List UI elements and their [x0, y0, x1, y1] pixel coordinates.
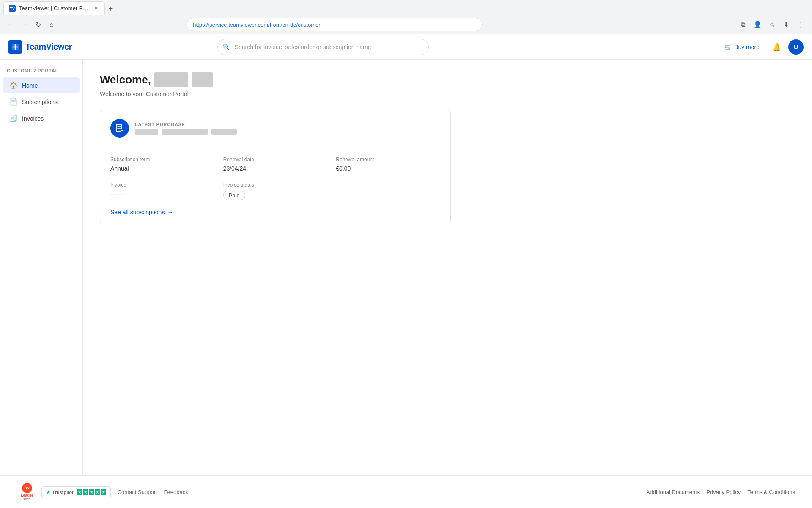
tab-favicon: TV — [9, 5, 16, 12]
renewal-date-value: 23/04/24 — [223, 165, 328, 172]
search-input[interactable] — [217, 39, 429, 55]
page-subtitle: Welcome to your Customer Portal — [100, 91, 795, 97]
product-name-row — [135, 129, 237, 135]
additional-documents-link[interactable]: Additional Documents — [646, 489, 700, 495]
bookmark-button[interactable]: ☆ — [766, 19, 778, 30]
welcome-prefix: Welcome, — [100, 73, 151, 86]
back-button[interactable]: ← — [5, 19, 17, 30]
badges-container: G2 Leader 2022 ★ Trustpilot ★ ★ ★ ★ ★ — [17, 481, 111, 503]
subscription-term-label: Subscription term — [110, 157, 215, 163]
subscription-icon — [110, 119, 129, 138]
header-actions: 🛒 Buy more 🔔 U — [719, 39, 804, 55]
bell-icon: 🔔 — [772, 42, 781, 52]
renewal-amount-field: Renewal amount €0.00 — [336, 157, 440, 172]
logo-icon — [8, 40, 22, 54]
g2-icon: G2 — [22, 483, 32, 493]
footer: G2 Leader 2022 ★ Trustpilot ★ ★ ★ ★ ★ — [0, 475, 812, 508]
card-body: Subscription term Annual Renewal date 23… — [100, 146, 450, 224]
product-blur-2 — [162, 129, 208, 135]
main-container: CUSTOMER PORTAL 🏠 Home 📄 Subscriptions 🧾… — [0, 60, 812, 475]
sidebar-section-label: CUSTOMER PORTAL — [0, 68, 82, 77]
settings-button[interactable]: ⋮ — [795, 19, 807, 30]
product-blur-1 — [135, 129, 158, 135]
sidebar-label-home: Home — [22, 82, 38, 89]
welcome-name-blurred-2 — [192, 72, 213, 87]
browser-actions: ⧉ 👤 ☆ ⬇ ⋮ — [738, 19, 807, 30]
sidebar-item-home[interactable]: 🏠 Home — [3, 77, 80, 93]
g2-badge: G2 Leader 2022 — [17, 481, 37, 503]
tab-title: TeamViewer | Customer Portal — [19, 5, 89, 11]
invoice-field: Invoice ------ — [110, 182, 215, 200]
trustpilot-stars: ★ ★ ★ ★ ★ — [77, 489, 106, 495]
browser-tab[interactable]: TV TeamViewer | Customer Portal ✕ — [3, 1, 105, 15]
forward-button[interactable]: → — [19, 19, 30, 30]
renewal-date-label: Renewal date — [223, 157, 328, 163]
new-tab-button[interactable]: + — [105, 3, 117, 15]
g2-leader-text: Leader — [21, 493, 33, 497]
profile-button[interactable]: 👤 — [752, 19, 764, 30]
extensions-button[interactable]: ⧉ — [738, 19, 749, 30]
trustpilot-label: Trustpilot — [52, 490, 74, 495]
terms-conditions-link[interactable]: Terms & Conditions — [747, 489, 795, 495]
buy-more-button[interactable]: 🛒 Buy more — [719, 40, 765, 54]
home-button[interactable]: ⌂ — [46, 19, 58, 30]
footer-left: G2 Leader 2022 ★ Trustpilot ★ ★ ★ ★ ★ — [17, 481, 188, 503]
contact-support-link[interactable]: Contact Support — [118, 489, 157, 495]
card-header-info: LATEST PURCHASE — [135, 122, 237, 135]
buy-more-label: Buy more — [734, 44, 760, 50]
latest-purchase-label: LATEST PURCHASE — [135, 122, 237, 127]
cart-icon: 🛒 — [724, 44, 732, 50]
feedback-link[interactable]: Feedback — [164, 489, 188, 495]
invoice-status-label: Invoice status — [223, 182, 328, 188]
invoice-value: ------ — [110, 190, 215, 197]
search-icon: 🔍 — [222, 44, 230, 50]
renewal-amount-value: €0.00 — [336, 165, 440, 172]
see-all-label: See all subscriptions — [110, 209, 165, 215]
renewal-date-field: Renewal date 23/04/24 — [223, 157, 328, 172]
app-container: TeamViewer 🔍 🛒 Buy more 🔔 U CUSTOMER POR… — [0, 34, 812, 508]
welcome-name-blurred — [154, 72, 188, 87]
sidebar-label-subscriptions: Subscriptions — [22, 99, 58, 105]
subscription-card: LATEST PURCHASE Subscription term Annual — [100, 110, 451, 224]
card-header: LATEST PURCHASE — [100, 110, 450, 146]
subscriptions-icon: 📄 — [9, 98, 18, 106]
subscription-term-value: Annual — [110, 165, 215, 172]
sidebar-label-invoices: Invoices — [22, 115, 44, 122]
app-header: TeamViewer 🔍 🛒 Buy more 🔔 U — [0, 34, 812, 60]
product-blur-3 — [211, 129, 237, 135]
privacy-policy-link[interactable]: Privacy Policy — [706, 489, 741, 495]
invoice-label: Invoice — [110, 182, 215, 188]
home-icon: 🏠 — [9, 81, 18, 89]
address-bar[interactable] — [187, 18, 483, 31]
sidebar: CUSTOMER PORTAL 🏠 Home 📄 Subscriptions 🧾… — [0, 60, 83, 475]
sidebar-item-invoices[interactable]: 🧾 Invoices — [3, 110, 80, 126]
card-fields: Subscription term Annual Renewal date 23… — [110, 157, 440, 200]
welcome-section: Welcome, Welcome to your Customer Portal — [100, 72, 795, 97]
download-button[interactable]: ⬇ — [781, 19, 793, 30]
see-all-subscriptions-link[interactable]: See all subscriptions → — [110, 209, 440, 215]
trustpilot-icon: ★ — [46, 489, 51, 495]
g2-year-text: 2022 — [23, 497, 31, 501]
header-search[interactable]: 🔍 — [217, 39, 429, 55]
trustpilot-logo: ★ Trustpilot — [46, 489, 74, 495]
refresh-button[interactable]: ↻ — [32, 19, 44, 30]
footer-right: Additional Documents Privacy Policy Term… — [646, 489, 795, 495]
logo-text: TeamViewer — [25, 42, 72, 52]
tab-close-button[interactable]: ✕ — [93, 5, 99, 12]
trustpilot-badge: ★ Trustpilot ★ ★ ★ ★ ★ — [41, 486, 111, 498]
page-content: Welcome, Welcome to your Customer Portal — [83, 60, 812, 475]
renewal-amount-label: Renewal amount — [336, 157, 440, 163]
logo: TeamViewer — [8, 40, 72, 54]
invoice-status-badge: Paid — [223, 190, 245, 200]
invoice-status-field: Invoice status Paid — [223, 182, 328, 200]
subscription-term-field: Subscription term Annual — [110, 157, 215, 172]
user-avatar-button[interactable]: U — [788, 39, 804, 55]
url-input[interactable] — [187, 18, 483, 31]
invoices-icon: 🧾 — [9, 114, 18, 122]
browser-nav-buttons: ← → ↻ ⌂ — [5, 19, 58, 30]
arrow-icon: → — [167, 209, 173, 215]
notification-button[interactable]: 🔔 — [770, 40, 783, 54]
sidebar-item-subscriptions[interactable]: 📄 Subscriptions — [3, 94, 80, 110]
